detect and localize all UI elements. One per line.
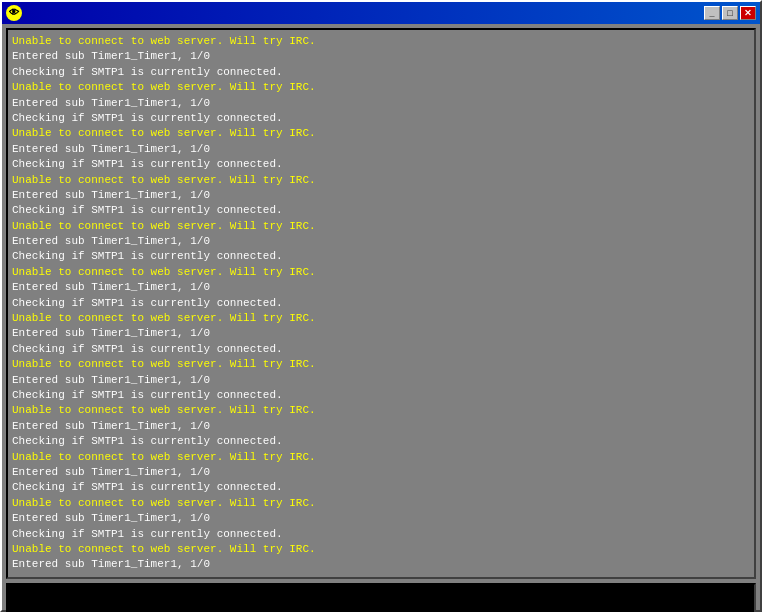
log-line: Entered sub Timer1_Timer1, 1/0: [12, 188, 750, 203]
log-line: Checking if SMTP1 is currently connected…: [12, 296, 750, 311]
log-line: Unable to connect to web server. Will tr…: [12, 542, 750, 557]
log-line: Entered sub Timer1_Timer1, 1/0: [12, 280, 750, 295]
log-line: Entered sub Timer1_Timer1, 1/0: [12, 326, 750, 341]
log-line: Checking if SMTP1 is currently connected…: [12, 157, 750, 172]
log-line: Entered sub Timer1_Timer1, 1/0: [12, 557, 750, 572]
log-line: Checking if SMTP1 is currently connected…: [12, 434, 750, 449]
log-line: Unable to connect to web server. Will tr…: [12, 126, 750, 141]
icon-letter: 👁: [9, 7, 19, 19]
minimize-button[interactable]: _: [704, 6, 720, 20]
maximize-icon: □: [727, 8, 732, 18]
log-line: Checking if SMTP1 is currently connected…: [12, 480, 750, 495]
log-line: Checking if SMTP1 is currently connected…: [12, 203, 750, 218]
log-line: Unable to connect to web server. Will tr…: [12, 173, 750, 188]
log-line: Unable to connect to web server. Will tr…: [12, 34, 750, 49]
minimize-icon: _: [709, 8, 714, 18]
log-line: Checking if SMTP1 is currently connected…: [12, 388, 750, 403]
log-line: Checking if SMTP1 is currently connected…: [12, 249, 750, 264]
window-body: Unable to connect to web server. Will tr…: [2, 24, 760, 612]
main-window: 👁 _ □ ✕ Unable to connect to web server.…: [0, 0, 762, 612]
log-line: Entered sub Timer1_Timer1, 1/0: [12, 49, 750, 64]
log-line: Entered sub Timer1_Timer1, 1/0: [12, 511, 750, 526]
close-icon: ✕: [744, 8, 752, 18]
title-bar-left: 👁: [6, 5, 26, 21]
window-icon: 👁: [6, 5, 22, 21]
log-line: Unable to connect to web server. Will tr…: [12, 311, 750, 326]
log-area: Unable to connect to web server. Will tr…: [6, 28, 756, 579]
log-line: Entered sub Timer1_Timer1, 1/0: [12, 373, 750, 388]
close-button[interactable]: ✕: [740, 6, 756, 20]
log-line: Checking if SMTP1 is currently connected…: [12, 65, 750, 80]
log-content[interactable]: Unable to connect to web server. Will tr…: [8, 30, 754, 577]
log-line: Entered sub Timer1_Timer1, 1/0: [12, 234, 750, 249]
log-line: Entered sub Timer1_Timer1, 1/0: [12, 142, 750, 157]
log-line: Entered sub Timer1_Timer1, 1/0: [12, 96, 750, 111]
log-line: Unable to connect to web server. Will tr…: [12, 219, 750, 234]
log-line: Unable to connect to web server. Will tr…: [12, 80, 750, 95]
log-line: Unable to connect to web server. Will tr…: [12, 357, 750, 372]
log-line: Entered sub Timer1_Timer1, 1/0: [12, 419, 750, 434]
log-line: Unable to connect to web server. Will tr…: [12, 403, 750, 418]
log-line: Entered sub Timer1_Timer1, 1/0: [12, 465, 750, 480]
input-area[interactable]: [6, 583, 756, 612]
title-buttons: _ □ ✕: [704, 6, 756, 20]
maximize-button[interactable]: □: [722, 6, 738, 20]
log-line: Unable to connect to web server. Will tr…: [12, 450, 750, 465]
log-line: Unable to connect to web server. Will tr…: [12, 496, 750, 511]
log-line: Checking if SMTP1 is currently connected…: [12, 342, 750, 357]
log-line: Checking if SMTP1 is currently connected…: [12, 527, 750, 542]
log-line: Unable to connect to web server. Will tr…: [12, 265, 750, 280]
title-bar: 👁 _ □ ✕: [2, 2, 760, 24]
log-line: Checking if SMTP1 is currently connected…: [12, 111, 750, 126]
